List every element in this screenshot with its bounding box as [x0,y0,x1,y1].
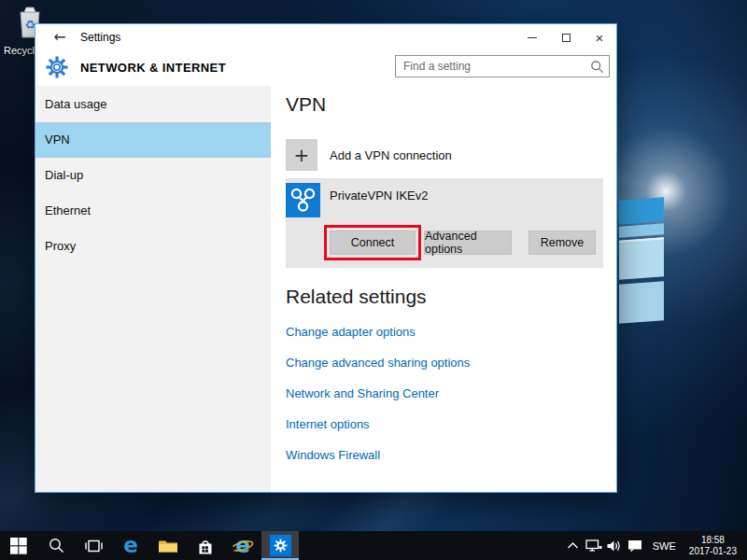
remove-button[interactable]: Remove [529,231,596,255]
maximize-icon [562,34,571,42]
tray-language-indicator[interactable]: SWE [645,540,684,552]
tray-clock[interactable]: 18:58 2017-01-23 [684,535,742,556]
link-network-and-sharing-center[interactable]: Network and Sharing Center [286,386,470,400]
link-change-adapter-options[interactable]: Change adapter options [286,325,470,339]
search-icon[interactable] [590,60,604,77]
close-icon: × [596,31,604,45]
page-header: NETWORK & INTERNET [35,50,616,86]
taskbar-search-button[interactable] [37,531,75,560]
related-settings-heading: Related settings [286,286,427,308]
add-vpn-connection-button[interactable]: + Add a VPN connection [286,139,452,171]
vpn-connection-name: PrivateVPN IKEv2 [330,189,429,203]
minimize-button[interactable] [515,24,549,50]
tray-chevron-up-icon[interactable] [563,541,584,550]
taskbar-settings-button-active[interactable] [261,531,299,560]
link-change-advanced-sharing-options[interactable]: Change advanced sharing options [286,356,470,370]
internet-explorer-icon: e [235,535,250,556]
advanced-options-button[interactable]: Advanced options [424,231,512,255]
maximize-button[interactable] [549,24,583,50]
main-content: VPN + Add a VPN connection [271,86,616,492]
tray-network-icon[interactable] [584,539,604,553]
plus-icon: + [286,139,317,171]
titlebar[interactable]: ← Settings × [35,24,616,50]
close-button[interactable]: × [583,24,616,50]
vpn-connection-item[interactable]: PrivateVPN IKEv2 Connect Advanced option… [286,178,603,268]
taskbar-edge-button[interactable]: e [112,531,149,560]
vpn-connection-icon [286,183,320,217]
add-vpn-label: Add a VPN connection [330,148,452,162]
related-settings-links: Change adapter options Change advanced s… [286,325,470,479]
sidebar-item-proxy[interactable]: Proxy [35,229,271,264]
store-icon [195,537,216,555]
sidebar-item-data-usage[interactable]: Data usage [35,87,271,122]
search-icon [49,538,64,553]
tray-date: 2017-01-23 [689,546,737,557]
settings-gear-icon [274,539,288,553]
start-button[interactable] [0,531,37,560]
settings-gear-icon [45,55,69,83]
search-input[interactable] [396,56,609,77]
windows-logo-wallpaper [619,0,664,375]
sidebar-item-vpn[interactable]: VPN [35,122,271,158]
tray-action-center-icon[interactable] [625,539,645,553]
search-box [395,55,610,77]
page-title: NETWORK & INTERNET [80,61,226,75]
file-explorer-icon [158,537,178,554]
screen: ♻ Recycle Bin ← Settings × [0,0,747,560]
task-view-icon [85,539,103,553]
sidebar-item-ethernet[interactable]: Ethernet [35,193,271,229]
system-tray: SWE 18:58 2017-01-23 [563,531,747,560]
tray-volume-icon[interactable] [604,539,625,553]
window-title: Settings [80,24,120,50]
taskbar: e e [0,531,747,560]
taskbar-store-button[interactable] [187,531,224,560]
taskbar-file-explorer-button[interactable] [149,531,187,560]
task-view-button[interactable] [75,531,112,560]
edge-icon: e [123,535,138,556]
windows-logo-icon [10,538,27,554]
section-heading-vpn: VPN [286,93,326,116]
taskbar-internet-explorer-button[interactable]: e [224,531,261,560]
sidebar: Data usage VPN Dial-up Ethernet Proxy [35,86,271,492]
tray-time: 18:58 [689,535,737,546]
link-internet-options[interactable]: Internet options [286,417,470,431]
back-button[interactable]: ← [49,27,71,48]
minimize-icon [528,37,537,38]
settings-window: ← Settings × [35,23,617,493]
sidebar-item-dial-up[interactable]: Dial-up [35,158,271,193]
connect-button[interactable]: Connect [330,231,416,255]
link-windows-firewall[interactable]: Windows Firewall [286,448,470,462]
